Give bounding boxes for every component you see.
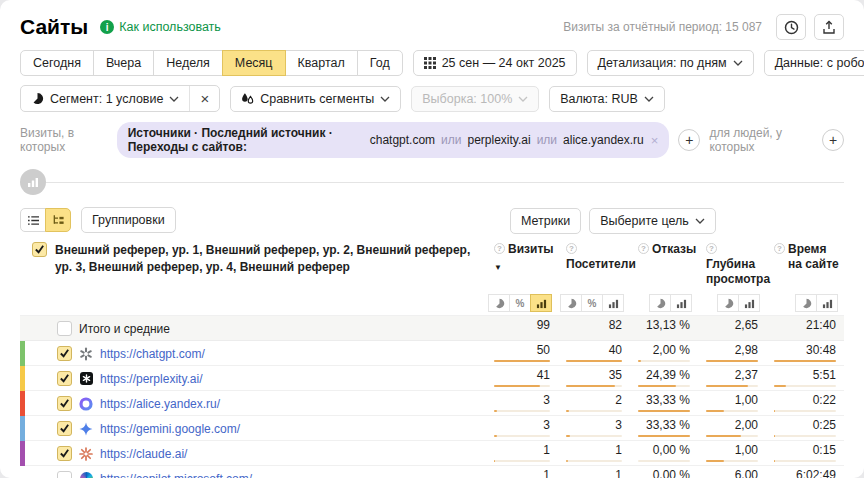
period-toolbar: СегодняВчераНеделяМесяцКварталГод 25 сен…: [20, 50, 844, 76]
clock-icon: [784, 20, 799, 35]
metric-header-0[interactable]: ?Визиты▼: [486, 240, 558, 273]
check-icon: [59, 348, 70, 359]
chatgpt-favicon-icon: [79, 347, 93, 361]
date-range-button[interactable]: 25 сен — 24 окт 2025: [413, 50, 577, 76]
metric-value-cell: 99: [486, 316, 558, 341]
history-button[interactable]: [776, 14, 806, 40]
tree-view-button[interactable]: [45, 208, 71, 232]
check-icon: [59, 398, 70, 409]
row-checkbox[interactable]: [57, 346, 72, 361]
period-tab-5[interactable]: Год: [357, 50, 403, 76]
add-visit-condition-button[interactable]: +: [678, 129, 700, 151]
metric-value-cell: 50: [486, 341, 558, 366]
bars-toggle-icon[interactable]: [530, 294, 552, 312]
period-tab-3[interactable]: Месяц: [222, 50, 286, 76]
time-toggle-group: [796, 294, 844, 312]
pie-toggle-icon[interactable]: [488, 294, 510, 312]
groupings-button[interactable]: Группировки: [81, 207, 176, 233]
metric-value-cell: 82: [558, 316, 630, 341]
row-color-bar: [20, 416, 25, 441]
list-view-button[interactable]: [20, 208, 46, 232]
metric-value-cell: 21:40: [766, 316, 844, 341]
metric-value-cell: 0:25: [766, 416, 844, 441]
metric-value-cell: 41: [486, 366, 558, 391]
dimension-header[interactable]: Внешний реферер, ур. 1, Внешний реферер,…: [55, 242, 486, 276]
toggle-chart-button[interactable]: [20, 169, 46, 195]
period-tabs: СегодняВчераНеделяМесяцКварталГод: [20, 50, 403, 76]
metric-value-cell: 33,33 %: [630, 391, 698, 416]
period-tab-4[interactable]: Квартал: [285, 50, 358, 76]
metric-header-2[interactable]: ?Отказы: [630, 240, 698, 257]
site-link[interactable]: https://chatgpt.com/: [100, 347, 205, 361]
export-button[interactable]: [814, 14, 844, 40]
metric-value-cell: 30:48: [766, 341, 844, 366]
row-checkbox[interactable]: [57, 446, 72, 461]
chevron-down-icon: [733, 60, 743, 66]
calendar-grid-icon: [424, 57, 436, 69]
period-tab-1[interactable]: Вчера: [93, 50, 154, 76]
chevron-down-icon: [695, 218, 705, 224]
site-link[interactable]: https://copilot.microsoft.com/: [100, 472, 252, 478]
metric-value-cell: 2: [558, 391, 630, 416]
table-row: https://claude.ai/110,00 %1,000:15: [20, 441, 844, 466]
bars-toggle-icon[interactable]: [738, 294, 760, 312]
currency-dropdown[interactable]: Валюта: RUB: [549, 86, 665, 112]
site-link[interactable]: https://gemini.google.com/: [100, 422, 240, 436]
metrics-button[interactable]: Метрики: [510, 208, 581, 234]
compare-segments-button[interactable]: Сравнить сегменты: [230, 86, 401, 112]
row-color-bar: [20, 466, 25, 478]
row-checkbox[interactable]: [57, 371, 72, 386]
metric-value-cell: 5:51: [766, 366, 844, 391]
granularity-dropdown[interactable]: Детализация: по дням: [587, 50, 754, 76]
bars-toggle-icon[interactable]: [816, 294, 838, 312]
bar-chart-icon: [27, 176, 39, 188]
metric-value-cell: 1: [486, 441, 558, 466]
visits-period-summary: Визиты за отчётный период: 15 087: [563, 20, 762, 34]
data-mode-dropdown[interactable]: Данные: с роботами: [764, 50, 864, 76]
source-filter-chip[interactable]: Источники · Последний источник · Переход…: [117, 122, 670, 158]
select-all-checkbox[interactable]: [32, 242, 47, 257]
how-to-use-link[interactable]: i Как использовать: [100, 20, 221, 34]
site-link[interactable]: https://alice.yandex.ru/: [100, 397, 220, 411]
row-checkbox[interactable]: [57, 471, 72, 478]
remove-filter-icon[interactable]: ×: [651, 133, 659, 148]
period-tab-0[interactable]: Сегодня: [20, 50, 94, 76]
segment-clear-button[interactable]: ×: [189, 86, 219, 111]
sampling-dropdown[interactable]: Выборка: 100%: [411, 86, 539, 112]
tree-icon: [52, 214, 65, 226]
bars-toggle-icon[interactable]: [670, 294, 692, 312]
bars-toggle-icon[interactable]: [602, 294, 624, 312]
percent-toggle-icon[interactable]: %: [581, 294, 603, 312]
metric-value-cell: 1: [558, 441, 630, 466]
site-link[interactable]: https://perplexity.ai/: [100, 372, 203, 386]
depth-toggle-group: [718, 294, 766, 312]
page-header: Сайты i Как использовать Визиты за отчёт…: [20, 14, 844, 40]
add-people-condition-button[interactable]: +: [822, 129, 844, 151]
site-link[interactable]: https://claude.ai/: [100, 447, 187, 461]
chart-divider: [46, 182, 844, 183]
table-row: https://gemini.google.com/3333,33 %2,000…: [20, 416, 844, 441]
pie-toggle-icon[interactable]: [649, 294, 671, 312]
goal-select-dropdown[interactable]: Выберите цель: [589, 208, 716, 234]
period-tab-2[interactable]: Неделя: [153, 50, 223, 76]
pie-toggle-icon[interactable]: [795, 294, 817, 312]
row-checkbox[interactable]: [57, 421, 72, 436]
metric-value-cell: 0,00 %: [630, 441, 698, 466]
view-toggle: [20, 208, 71, 232]
segment-group: Сегмент: 1 условие ×: [20, 85, 220, 112]
metric-help-icon: ?: [638, 243, 649, 254]
metric-help-icon: ?: [566, 243, 577, 254]
totals-checkbox[interactable]: [57, 321, 72, 336]
percent-toggle-icon[interactable]: %: [509, 294, 531, 312]
pie-toggle-icon[interactable]: [717, 294, 739, 312]
metric-value-cell: 0:22: [766, 391, 844, 416]
metric-header-3[interactable]: ?Глубина просмотра: [698, 240, 766, 287]
metrica-sites-report: Сайты i Как использовать Визиты за отчёт…: [0, 0, 864, 478]
pie-toggle-icon[interactable]: [560, 294, 582, 312]
row-checkbox[interactable]: [57, 396, 72, 411]
metric-value-cell: 2,98: [698, 341, 766, 366]
metric-header-4[interactable]: ?Время на сайте: [766, 240, 844, 272]
bounce-toggle-group: [650, 294, 698, 312]
segment-dropdown[interactable]: Сегмент: 1 условие: [21, 86, 189, 111]
metric-header-1[interactable]: ?Посетители: [558, 240, 630, 272]
